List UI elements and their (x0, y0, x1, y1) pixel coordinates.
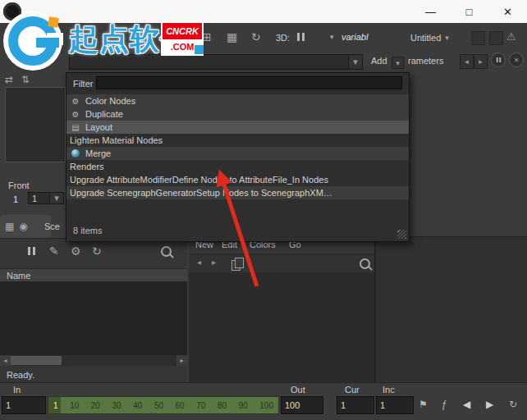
chevron-down-icon: ▾ (445, 34, 449, 42)
tick-label: 70 (196, 401, 205, 410)
node-list-popup: Filter ⚙ Color Nodes ⚙ Duplicate ▤ Layou… (66, 72, 410, 242)
out-frame-input[interactable] (281, 396, 323, 414)
watermark-logo: 起点软件 CNCRK .COM (0, 2, 205, 75)
horizontal-scrollbar[interactable]: ◂ ▸ (0, 355, 187, 366)
chevron-down-icon[interactable]: ▾ (330, 34, 334, 41)
pin-panel-button[interactable] (491, 52, 506, 67)
tick-label: 40 (133, 401, 142, 410)
filter-input[interactable] (96, 76, 402, 89)
prev-frame-icon[interactable]: ◀ (463, 399, 470, 409)
scroll-left-button[interactable]: ◂ (0, 355, 11, 366)
tab-scenegraph[interactable]: Sce (44, 221, 60, 231)
scene-menu-button[interactable]: Untitled ▾ (410, 30, 461, 46)
search-icon[interactable] (360, 258, 370, 269)
disabled-tool-button-2[interactable] (489, 31, 503, 45)
out-label: Out (291, 385, 305, 395)
minimize-button[interactable]: — (411, 0, 450, 23)
close-icon: ✕ (514, 57, 520, 64)
scenegraph-tree[interactable] (0, 281, 187, 355)
pin-icon (496, 57, 500, 62)
flag-icon[interactable]: ⚑ (419, 399, 428, 409)
list-item-label: Renders (70, 162, 104, 171)
close-button[interactable]: ✕ (488, 0, 527, 23)
viewport-view-label: Front (8, 180, 30, 190)
history-back-button[interactable]: ◂ (460, 54, 474, 69)
variables-menu[interactable]: variabl (341, 32, 368, 42)
chevron-left-icon: ◂ (465, 57, 469, 66)
tick-label: 50 (154, 401, 163, 410)
list-item-color-nodes[interactable]: ⚙ Color Nodes (66, 94, 409, 107)
chevron-right-icon: ▸ (180, 357, 183, 364)
list-item-renders[interactable]: Renders (66, 160, 409, 173)
close-panel-button[interactable]: ✕ (509, 52, 524, 67)
brand-badge-top: CNCRK (163, 23, 202, 39)
search-icon[interactable] (161, 246, 172, 257)
pencil-icon[interactable]: ✎ (49, 245, 59, 257)
chevron-left-icon: ◂ (3, 357, 7, 364)
disabled-tool-button-1[interactable] (471, 31, 485, 45)
maximize-button[interactable]: □ (450, 0, 488, 23)
brand-badge-bottom: .COM (163, 39, 202, 54)
tick-label: 100 (259, 401, 273, 410)
add-dropdown-icon[interactable]: ▾ (392, 57, 404, 69)
window-controls: — □ ✕ (411, 0, 527, 23)
history-forward-button[interactable]: ▸ (474, 54, 488, 69)
timeline-strip[interactable]: 1 10 20 30 40 50 60 70 80 90 100 (48, 396, 279, 414)
chevron-right-icon: ▸ (479, 57, 483, 66)
scrollbar-thumb[interactable] (11, 356, 62, 365)
viewport-aux-dropdown[interactable]: 1 ▾ (28, 192, 64, 204)
viewport-frame-value: 1 (13, 194, 18, 204)
frame-icon[interactable]: ⇅ (21, 75, 30, 84)
chevron-down-icon: ▾ (396, 59, 400, 67)
chevron-down-icon: ▾ (348, 55, 362, 69)
list-item-label: Layout (85, 122, 112, 132)
list-item-upgrade-attributemodifier[interactable]: Upgrade AttributeModifierDefine Nodes to… (66, 173, 409, 186)
brand-badge: CNCRK .COM (163, 23, 202, 54)
nodegraph-toolbar: ◂ ▸ (189, 253, 374, 273)
cur-frame-input[interactable] (337, 396, 374, 414)
filter-label: Filter (73, 79, 93, 89)
nodegraph-canvas[interactable] (189, 272, 374, 383)
duplicate-view-icon[interactable] (231, 260, 241, 271)
list-item-merge[interactable]: Merge (66, 147, 409, 160)
scroll-right-button[interactable]: ▸ (176, 355, 187, 366)
timeline-bar: In Out Cur Inc 1 10 20 30 40 50 60 70 80… (0, 382, 527, 420)
viewer-tab[interactable]: ▦ ◉ (0, 215, 51, 238)
list-item-label: Lighten Material Nodes (70, 135, 163, 145)
grid-view-icon[interactable]: ▦ (227, 31, 237, 43)
pan-icon[interactable]: ⇄ (5, 75, 13, 84)
add-button[interactable]: Add (371, 56, 387, 66)
resize-grip[interactable] (397, 230, 406, 239)
set-key-icon[interactable]: ƒ (442, 399, 447, 409)
sync-icon[interactable]: ↻ (251, 31, 261, 43)
tick-label: 1 (53, 401, 58, 410)
list-item-label: Color Nodes (85, 96, 135, 106)
warning-icon[interactable]: ⚠ (506, 30, 516, 43)
gear-icon[interactable]: ⚙ (71, 245, 81, 257)
list-item-label: Merge (85, 148, 111, 158)
cur-label: Cur (345, 385, 360, 395)
pause-icon[interactable] (28, 247, 35, 255)
pause-render-icon[interactable] (297, 33, 305, 41)
forward-icon[interactable]: ▸ (212, 258, 216, 267)
list-item-upgrade-scenegraphgenerator[interactable]: Upgrade ScenegraphGeneratorSetup Nodes t… (66, 186, 409, 199)
list-item-duplicate[interactable]: ⚙ Duplicate (66, 107, 409, 121)
back-icon[interactable]: ◂ (197, 258, 201, 267)
scenegraph-panel: ✎ ⚙ ↻ Name ◂ ▸ Ready. (0, 238, 187, 383)
viewport-panel (5, 87, 66, 162)
merge-node-icon (71, 149, 80, 158)
gear-icon: ⚙ (70, 110, 81, 119)
refresh-icon[interactable]: ↻ (92, 245, 102, 257)
list-item-layout[interactable]: ▤ Layout (66, 121, 409, 134)
next-frame-icon[interactable]: ▶ (486, 399, 493, 409)
loop-icon[interactable]: ↻ (509, 399, 517, 409)
in-frame-input[interactable] (2, 396, 46, 414)
list-item-lighten-material-nodes[interactable]: Lighten Material Nodes (66, 134, 409, 147)
status-ready: Ready. (7, 370, 34, 380)
item-count-status: 8 items (73, 226, 102, 235)
brand-badge-corner-icon (195, 45, 204, 54)
layout-icon: ▤ (70, 123, 81, 132)
side-panel (374, 237, 527, 383)
nodegraph-panel: New Edit Colors Go ◂ ▸ (189, 236, 527, 383)
inc-frame-input[interactable] (376, 396, 414, 414)
